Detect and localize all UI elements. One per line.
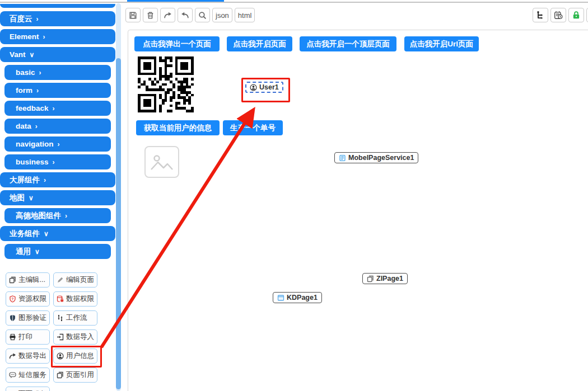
sms-icon [9,371,16,379]
palette-item-edit-page[interactable]: 编辑页面 [53,272,97,288]
palette-item-main-editor[interactable]: 主编辑... [6,272,50,288]
user-icon [57,352,64,360]
design-canvas[interactable] [128,30,588,391]
view-toolbar [533,8,588,22]
palette-item-resource-permission[interactable]: 资源权限 [6,291,50,307]
save-button[interactable] [125,8,141,22]
chevron-right-icon: › [44,176,46,184]
sidebar-item-baidu-cloud[interactable]: 百度云› [0,11,115,26]
tree-outline-button[interactable] [533,8,548,22]
sidebar-item-navigation[interactable]: navigation› [4,136,111,152]
chevron-right-icon: › [43,33,45,41]
zipage1-component[interactable]: ZIPage1 [362,273,408,284]
chevron-right-icon: › [39,69,41,77]
chevron-right-icon: › [35,123,38,130]
sidebar-item-vant[interactable]: Vant∨ [0,47,115,62]
document-list-icon [339,154,346,162]
html-button[interactable]: html [235,8,255,22]
json-button[interactable]: json [212,8,232,22]
sidebar-scrollbar-thumb[interactable] [116,58,121,389]
chevron-right-icon: › [36,15,39,23]
image-placeholder[interactable] [144,146,179,178]
sidebar-item-map[interactable]: 地图∨ [0,190,115,205]
top-divider [0,2,588,3]
palette-item-data-export[interactable]: 数据导出 [6,348,50,364]
sidebar-item-data[interactable]: data› [4,119,111,134]
workflow-icon [57,314,64,322]
lock-button[interactable] [568,8,584,22]
chevron-right-icon: › [58,140,60,148]
palette-item-print[interactable]: 打印 [6,329,50,345]
chevron-down-icon: ∨ [30,51,35,59]
user-circle-icon [250,84,257,91]
pages-icon [9,276,16,284]
shield-question-icon [9,295,16,303]
sidebar-item-big-screen[interactable]: 大屏组件› [0,172,115,187]
redo-button[interactable] [160,8,175,22]
shield-icon [9,314,16,322]
chevron-right-icon: › [53,158,55,166]
component-sidebar: 百度云› Element› Vant∨ basic› form› feedbac… [0,11,116,262]
canvas-button-open-top-page[interactable]: 点击我开启一个顶层页面 [300,36,396,51]
sidebar-item-basic[interactable]: basic› [4,65,111,80]
search-button[interactable] [195,8,210,22]
canvas-button-open-url-page[interactable]: 点击我开启Url页面 [404,36,479,51]
generate-order-button[interactable]: 生产一个单号 [223,120,283,135]
undo-button[interactable] [178,8,193,22]
sidebar-item-feedback[interactable]: feedback› [4,101,111,116]
palette-item-page-service[interactable]: 页面服务 [6,387,50,391]
chevron-right-icon: › [65,212,67,220]
edit-icon [57,276,64,284]
component-palette: 主编辑... 编辑页面 资源权限 数据权限 图形验证 工作流 打印 数据导入 数… [6,272,97,391]
chevron-right-icon: › [53,105,55,112]
canvas-button-open-page[interactable]: 点击我开启页面 [227,36,292,51]
sidebar-item-business-components[interactable]: 业务组件∨ [0,226,115,241]
get-current-user-button[interactable]: 获取当前用户的信息 [136,120,220,135]
sidebar-item-amap[interactable]: 高德地图组件› [4,208,111,223]
sidebar-item-common[interactable]: 通用∨ [4,244,111,259]
chevron-down-icon: ∨ [44,230,49,238]
printer-icon [9,333,16,341]
chevron-down-icon: ∨ [35,248,40,256]
image-icon [150,151,174,173]
editor-toolbar: json html [125,8,255,22]
schedule-button[interactable] [550,8,566,22]
import-icon [57,333,64,341]
browser-page-icon [277,294,284,302]
export-icon [9,352,16,360]
palette-item-page-reference[interactable]: 页面引用 [53,368,97,383]
kdpage1-component[interactable]: KDPage1 [273,292,322,303]
palette-item-sms-service[interactable]: 短信服务 [6,368,50,383]
pages-icon [367,275,374,282]
sidebar-item-partial-top[interactable] [0,4,115,8]
palette-item-data-import[interactable]: 数据导入 [53,329,97,345]
chevron-right-icon: › [36,87,39,95]
page-reference-icon [57,371,64,379]
sidebar-item-business[interactable]: business› [4,154,111,169]
sidebar-item-element[interactable]: Element› [0,29,115,44]
sidebar-item-form[interactable]: form› [4,83,111,98]
palette-item-workflow[interactable]: 工作流 [53,310,97,326]
user1-component[interactable]: User1 [245,82,283,93]
top-accent-line [127,0,224,2]
delete-button[interactable] [143,8,158,22]
database-lock-icon [57,295,64,303]
mobel-page-service1-component[interactable]: MobelPageService1 [334,152,418,163]
canvas-button-popup-page[interactable]: 点击我弹出一个页面 [134,36,220,51]
palette-item-data-permission[interactable]: 数据权限 [53,291,97,307]
palette-item-user-info[interactable]: 用户信息 [53,348,97,364]
qr-code[interactable] [138,56,194,112]
chevron-down-icon: ∨ [29,194,34,202]
palette-item-captcha[interactable]: 图形验证 [6,310,50,326]
